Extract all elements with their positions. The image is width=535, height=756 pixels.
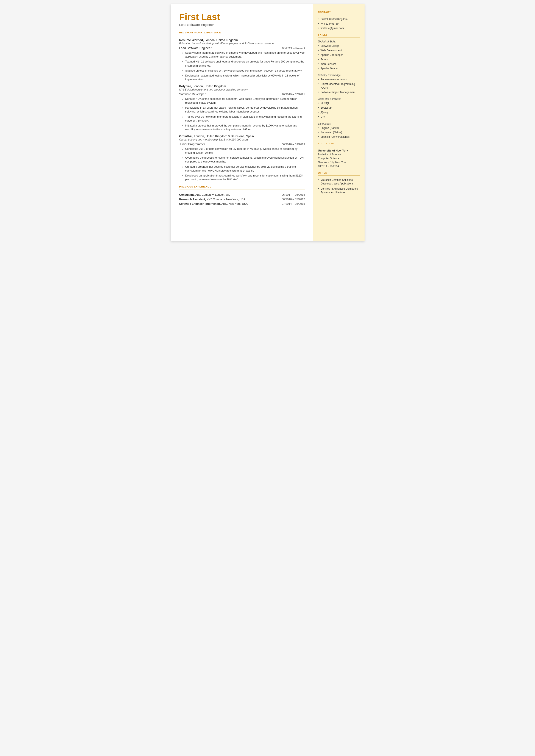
technical-skills-label: Technical Skills: [318,40,360,43]
contact-divider [318,14,360,15]
list-item: Participated in an effort that saved Pol… [182,106,305,114]
list-item: Designed an automated testing system, wh… [182,74,305,81]
previous-exp-heading: Previous Experience [179,185,305,188]
prev-dates-3: 07/2014 – 05/2015 [273,202,305,206]
list-item: first.last@gmail.com [318,26,360,30]
prev-dates-2: 06/2016 – 05/2017 [273,197,305,202]
list-item: Spanish (Conversational) [318,135,360,139]
industry-knowledge-label: Industry Knowledge: [318,74,360,77]
company-bold-3: Growthsi, [179,134,193,138]
prev-role-1: Consultant, ABC Company, London, UK [179,192,273,197]
prev-dates-1: 06/2017 – 05/2018 [273,192,305,197]
table-row: Software Engineer (Internship), ABC, New… [179,202,305,206]
job-title-3: Junior Programmer [179,142,205,146]
job-dates-2: 10/2019 – 07/2021 [282,93,305,96]
company-name-2: Polyhire, London, United Kingdom [179,84,305,88]
prev-role-2: Research Assistant, XYZ Company, New Yor… [179,197,273,202]
company-name-1: Resume Worded, London, United Kingdom [179,38,305,42]
bullet-list-3: Completed 20TB of data conversion for 2M… [179,147,305,182]
technical-skills-list: Software Design Web Development Apache Z… [318,44,360,70]
list-item: Initiated a project that improved the co… [182,124,305,131]
list-item: Web Development [318,49,360,52]
job-row-2: Software Developer 10/2019 – 07/2021 [179,93,305,96]
company-growthsi: Growthsi, London, United Kingdom & Barce… [179,134,305,182]
contact-list: Bristol, United Kingdom +44 123456789 fi… [318,17,360,30]
list-item: Object-Oriented Programming (OOP) [318,82,360,90]
table-row: Consultant, ABC Company, London, UK 06/2… [179,192,305,197]
company-rest-1: London, United Kingdom [204,38,238,42]
prev-role-3: Software Engineer (Internship), ABC, New… [179,202,273,206]
relevant-work-heading: Relevant Work Experience [179,31,305,34]
list-item: Scrum [318,58,360,61]
company-desc-2: NYSE-listed recruitment and employer bra… [179,88,305,91]
edu-field: Computer Science [318,156,360,160]
job-title-2: Software Developer [179,93,206,96]
other-heading: Other [318,172,360,174]
edu-dates: 10/2011 - 06/2014 [318,164,360,168]
list-item: Bristol, United Kingdom [318,17,360,21]
industry-knowledge-list: Requirements Analysis Object-Oriented Pr… [318,78,360,94]
previous-exp-table: Consultant, ABC Company, London, UK 06/2… [179,192,305,206]
resume-container: First Last Lead Software Engineer Releva… [171,4,365,241]
list-item: Software Design [318,44,360,48]
company-rest-2: London, United Kingdom [192,84,226,88]
company-rest-3: London, United Kingdom & Barcelona, Spai… [193,134,254,138]
languages-label: Languages: [318,122,360,125]
list-item: jQuery [318,111,360,114]
list-item: PL/SQL [318,101,360,105]
company-resume-worded: Resume Worded, London, United Kingdom Ed… [179,38,305,81]
list-item: Apache Tomcat [318,67,360,70]
job-title-1: Lead Software Engineer [179,46,211,50]
bullet-list-1: Supervised a team of 21 software enginee… [179,51,305,81]
company-polyhire: Polyhire, London, United Kingdom NYSE-li… [179,84,305,131]
candidate-name: First Last [179,12,305,22]
candidate-title: Lead Software Engineer [179,23,305,26]
edu-school: University of New York [318,149,360,152]
table-row: Research Assistant, XYZ Company, New Yor… [179,197,305,202]
list-item: C++ [318,115,360,119]
edu-location: New York City, New York [318,160,360,164]
list-item: Software Project Management [318,91,360,94]
edu-degree: Bachelor of Science [318,153,360,156]
previous-exp-divider [179,189,305,189]
languages-list: English (Native) Romanian (Native) Spani… [318,126,360,139]
list-item: Teamed with 11 software engineers and de… [182,60,305,68]
list-item: Created a program that boosted customer … [182,165,305,173]
company-bold-1: Resume Worded, [179,38,204,42]
company-desc-1: Education technology startup with 50+ em… [179,42,305,45]
list-item: Microsoft Certified Solutions Developer:… [318,178,360,186]
list-item: Certified in Advanced Distributed System… [318,187,360,195]
skills-divider [318,37,360,38]
company-bold-2: Polyhire, [179,84,192,88]
list-item: Developed an application that streamline… [182,174,305,182]
list-item: Web Services [318,62,360,66]
list-item: English (Native) [318,126,360,130]
main-column: First Last Lead Software Engineer Releva… [171,4,313,241]
list-item: Supervised a team of 21 software enginee… [182,51,305,59]
list-item: Requirements Analysis [318,78,360,81]
tools-label: Tools and Software: [318,98,360,100]
list-item: Donated 49% of the codebase for a modern… [182,97,305,105]
other-list: Microsoft Certified Solutions Developer:… [318,178,360,195]
list-item: Completed 20TB of data conversion for 2M… [182,147,305,155]
skills-heading: Skills [318,33,360,36]
company-name-3: Growthsi, London, United Kingdom & Barce… [179,134,305,138]
list-item: Trained over 39 new team members resulti… [182,115,305,123]
education-heading: Education [318,142,360,145]
job-row-1: Lead Software Engineer 08/2021 – Present [179,46,305,50]
list-item: Slashed project timeframes by 76% via en… [182,69,305,72]
bullet-list-2: Donated 49% of the codebase for a modern… [179,97,305,131]
job-dates-3: 06/2018 – 09/2019 [282,143,305,146]
list-item: Apache ZooKeeper [318,53,360,57]
list-item: Overhauled the process for customer serv… [182,156,305,164]
list-item: Romanian (Native) [318,130,360,134]
job-row-3: Junior Programmer 06/2018 – 09/2019 [179,142,305,146]
list-item: Bootstrap [318,106,360,110]
sidebar: Contact Bristol, United Kingdom +44 1234… [313,4,365,241]
list-item: +44 123456789 [318,22,360,26]
tools-list: PL/SQL Bootstrap jQuery C++ [318,101,360,119]
company-desc-3: Career training and membership SaaS with… [179,138,305,141]
job-dates-1: 08/2021 – Present [282,46,305,50]
contact-heading: Contact [318,11,360,14]
